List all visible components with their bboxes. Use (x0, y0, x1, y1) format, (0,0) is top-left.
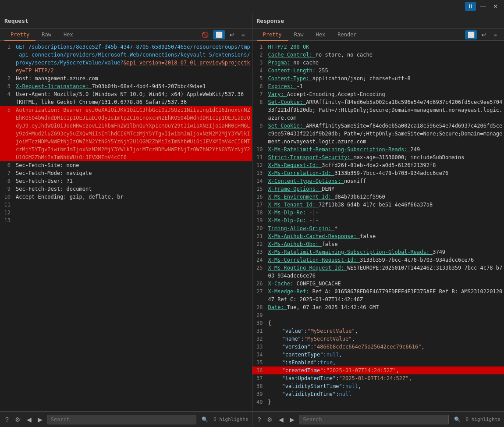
line-number: 2 (0, 75, 14, 82)
response-help-btn[interactable]: ? (256, 415, 263, 424)
response-code-area[interactable]: 1HTTP/2 200 OK2Cache-Control: no-store, … (252, 41, 504, 411)
line-number: 6 (252, 82, 266, 90)
tab-request-pretty[interactable]: Pretty (4, 29, 35, 41)
table-row: 35"isEnabled":true, (252, 359, 504, 367)
table-row: 9Sec-Fetch-Dest: document (0, 185, 252, 193)
table-row: 36"createdTime":"2025-01-07T14:24:52Z", (252, 367, 504, 374)
line-number: 6 (0, 161, 14, 169)
request-title: Request (4, 18, 28, 24)
request-back-btn[interactable]: ◀ (25, 415, 33, 424)
line-content: X-Content-Type-Options: nosniff (266, 177, 504, 185)
table-row: 31"value":"MySecretValue", (252, 327, 504, 335)
line-content: X-Ms-Apihub-Obo: false (266, 240, 504, 248)
table-row: 16X-Ms-Environment-Id: d84b73b612cf5960 (252, 193, 504, 201)
line-content: X-Cache: CONFIG_NOCACHE (266, 280, 504, 288)
line-number: 19 (252, 217, 266, 224)
response-search-btn[interactable]: 🔍 (451, 416, 463, 423)
table-row: 4User-Agent: Mozilla/5.0 (Windows NT 10.… (0, 90, 252, 106)
request-wrap-btn[interactable]: ⬜ (213, 30, 225, 39)
line-number: 13 (0, 217, 14, 224)
line-content: X-Ms-Correlation-Request-Id: 3133b359-7b… (266, 256, 504, 264)
response-bottom-panel: ? ⚙ ◀ ▶ 🔍 0 highlights (252, 412, 504, 427)
request-forward-btn[interactable]: ▶ (36, 415, 44, 424)
line-number: 33 (252, 343, 266, 351)
line-number: 17 (252, 201, 266, 209)
request-bottom-bar: ? ⚙ ◀ ▶ 🔍 0 highlights (0, 411, 252, 427)
response-wrap-icon: ⬜ (468, 32, 475, 38)
minimize-button[interactable]: — (478, 2, 489, 11)
request-search-btn[interactable]: 🔍 (199, 416, 211, 423)
response-settings-btn[interactable]: ⚙ (265, 415, 274, 424)
table-row: 30{ (252, 319, 504, 327)
line-number: 28 (252, 303, 266, 311)
line-content: Sec-Fetch-Mode: navigate (14, 169, 252, 177)
wrap-icon: ⬜ (216, 32, 223, 38)
response-search-input[interactable] (299, 415, 448, 424)
table-row: 12 (0, 209, 252, 217)
table-row: 4Content-Length: 255 (252, 67, 504, 75)
line-content (14, 209, 252, 217)
line-number: 1 (252, 43, 266, 51)
tab-response-pretty[interactable]: Pretty (257, 29, 288, 41)
tab-response-hex[interactable]: Hex (310, 29, 332, 41)
line-number: 11 (252, 153, 266, 161)
line-content: X-Ms-Request-Id: 3cffd26f-81eb-4ba2-a0d5… (266, 161, 504, 169)
line-content: X-Ms-Dlp-Gu: -|- (266, 217, 504, 224)
table-row: 14X-Content-Type-Options: nosniff (252, 177, 504, 185)
more-icon: ≡ (241, 32, 245, 38)
request-help-btn[interactable]: ? (4, 415, 11, 424)
table-row: 3Pragma: no-cache (252, 59, 504, 67)
request-eye-btn[interactable]: 🚫 (199, 30, 211, 39)
pause-button[interactable]: ⏸ (465, 2, 476, 11)
request-newline-btn[interactable]: ↵ (227, 30, 237, 39)
line-number: 27 (252, 288, 266, 303)
request-search-input[interactable] (47, 415, 196, 424)
line-content: X-Ms-Correlation-Id: 3133b359-7bcc-4c78-… (266, 169, 504, 177)
table-row: 22X-Ms-Apihub-Obo: false (252, 240, 504, 248)
line-content: HTTP/2 200 OK (266, 43, 504, 51)
line-content: X-Frame-Options: DENY (266, 185, 504, 193)
line-content (266, 311, 504, 319)
tab-request-raw[interactable]: Raw (35, 29, 57, 41)
table-row: 9Set-Cookie: ARRAffinitySameSite=f84ed6e… (252, 122, 504, 146)
close-button[interactable]: ✕ (490, 2, 500, 11)
line-content: "contentType":null, (266, 351, 504, 359)
line-content: Date: Tue, 07 Jan 2025 14:42:46 GMT (266, 303, 504, 311)
line-number: 12 (252, 161, 266, 169)
response-forward-btn[interactable]: ▶ (288, 415, 296, 424)
request-code-area[interactable]: 1GET /subscriptions/8e3ce52f-d45b-4347-8… (0, 41, 252, 411)
table-row: 12X-Ms-Request-Id: 3cffd26f-81eb-4ba2-a0… (252, 161, 504, 169)
line-number: 15 (252, 185, 266, 193)
line-number: 5 (0, 106, 14, 161)
tab-request-hex[interactable]: Hex (57, 29, 79, 41)
table-row: 23X-Ms-Ratelimit-Remaining-Subscription-… (252, 248, 504, 256)
tab-response-raw[interactable]: Raw (288, 29, 310, 41)
response-back-btn[interactable]: ◀ (277, 415, 285, 424)
response-more-btn[interactable]: ≡ (491, 30, 500, 39)
response-wrap-btn[interactable]: ⬜ (465, 30, 477, 39)
table-row: 8Set-Cookie: ARRAffinity=f84ed6eb5a002ca… (252, 98, 504, 122)
table-row: 3X-Request-Jirainstance: 7b03b0fb-68a4-4… (0, 82, 252, 90)
table-row: 5Authorization: Bearer eyJ0eXAiOiJKV1QiL… (0, 106, 252, 161)
line-number: 39 (252, 390, 266, 398)
request-more-btn[interactable]: ≡ (239, 30, 248, 39)
tab-response-render[interactable]: Render (331, 29, 362, 41)
table-row: 7Vary: Accept-Encoding,Accept-Encoding (252, 90, 504, 98)
line-number: 9 (252, 122, 266, 146)
table-row: 26X-Cache: CONFIG_NOCACHE (252, 280, 504, 288)
line-content: "value":"MySecretValue", (266, 327, 504, 335)
line-number: 13 (252, 169, 266, 177)
line-number: 7 (0, 169, 14, 177)
table-row: 2Cache-Control: no-store, no-cache (252, 51, 504, 59)
table-row: 2Host: management.azure.com (0, 75, 252, 82)
response-more-icon: ≡ (493, 32, 497, 38)
request-tabs: Pretty Raw Hex 🚫 ⬜ ↵ ≡ (0, 29, 252, 41)
request-panel: Request Pretty Raw Hex 🚫 ⬜ ↵ ≡ 1GET (0, 13, 252, 427)
request-settings-btn[interactable]: ⚙ (13, 415, 22, 424)
line-content: "lastUpdatedTime":"2025-01-07T14:24:52Z"… (266, 374, 504, 382)
response-newline-btn[interactable]: ↵ (479, 30, 489, 39)
line-number: 10 (252, 146, 266, 153)
table-row: 11Strict-Transport-Security: max-age=315… (252, 153, 504, 161)
table-row: 10Accept-Encoding: gzip, deflate, br (0, 193, 252, 201)
response-tab-actions: ⬜ ↵ ≡ (465, 30, 500, 39)
